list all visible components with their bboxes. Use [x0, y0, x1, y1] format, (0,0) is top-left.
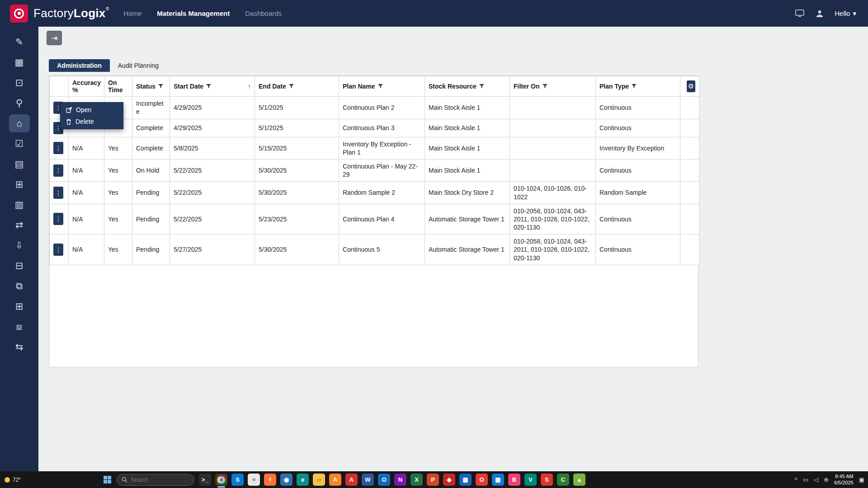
column-settings-button[interactable]: ⚙	[687, 80, 695, 92]
left-sidebar: ✎▦⊡⚲⌂☑▤⊞▥⇄⇩⊟⧉⊞⧈⇆	[0, 27, 38, 471]
cell-spacer	[680, 235, 699, 265]
sidebar-item-receive-icon[interactable]: ⇩	[9, 236, 30, 254]
taskbar-clock[interactable]: 8:45 AM 6/5/2025	[834, 474, 854, 486]
row-menu-button[interactable]: ⋮	[53, 187, 63, 199]
taskbar-app-terminal-icon[interactable]: >_	[199, 474, 211, 486]
taskbar-app-notepad-icon[interactable]: ≡	[248, 474, 260, 486]
system-tray: ^ ▭ ◁ ⊕ 8:45 AM 6/5/2025 ▣	[795, 474, 864, 486]
taskbar-app-red-app-icon[interactable]: S	[541, 474, 553, 486]
tray-network-icon[interactable]: ⊕	[824, 476, 829, 483]
main-nav: Home Materials Management Dashboards	[123, 9, 282, 17]
nav-home[interactable]: Home	[123, 9, 142, 17]
filter-icon[interactable]	[479, 84, 484, 89]
row-menu-button[interactable]: ⋮	[53, 213, 63, 225]
skype-icon: S	[236, 476, 240, 483]
weather-widget[interactable]: 72°	[5, 477, 99, 483]
sidebar-item-warehouse-icon[interactable]: ⌂	[9, 114, 30, 132]
nav-dashboards[interactable]: Dashboards	[245, 9, 282, 17]
taskbar-app-skype-icon[interactable]: S	[231, 474, 244, 486]
row-menu-button[interactable]: ⋮	[53, 164, 63, 177]
sidebar-item-search-scan-icon[interactable]: ⚲	[9, 94, 30, 112]
filter-icon[interactable]	[542, 84, 547, 89]
taskbar-app-pink-app-icon[interactable]: B	[508, 474, 520, 486]
acrobat-icon: A	[349, 476, 354, 483]
cell-on-time: Yes	[104, 159, 132, 181]
taskbar-app-calendar-icon[interactable]: ▦	[459, 474, 472, 486]
sidebar-item-layout-swap-icon[interactable]: ⇆	[9, 338, 30, 356]
taskbar-app-android-app-icon[interactable]: ▲	[573, 474, 585, 486]
hello-menu[interactable]: Hello▾	[835, 9, 856, 18]
col-header-start-date[interactable]: Start Date↑	[170, 76, 255, 97]
sidebar-item-layout-icon[interactable]: ⧈	[9, 318, 30, 336]
filter-icon[interactable]	[158, 84, 163, 89]
cell-plan-name: Continuous 5	[339, 235, 425, 265]
cell-accuracy: N/A	[69, 182, 104, 204]
monitor-icon[interactable]	[795, 9, 805, 19]
filter-icon[interactable]	[378, 84, 383, 89]
onenote-icon: N	[398, 476, 402, 483]
taskbar-app-green-app-icon[interactable]: C	[557, 474, 569, 486]
search-input[interactable]	[131, 477, 185, 483]
col-header-plan-type[interactable]: Plan Type	[596, 76, 680, 97]
cell-spacer	[680, 204, 699, 235]
taskbar-app-illustrator-icon[interactable]: A	[329, 474, 341, 486]
taskbar-app-firefox-icon[interactable]: f	[264, 474, 276, 486]
start-button[interactable]	[99, 473, 115, 487]
sidebar-item-documents-icon[interactable]: ▤	[9, 155, 30, 173]
taskbar-app-excel-icon[interactable]: X	[410, 474, 423, 486]
sidebar-item-box-add-icon[interactable]: ⊞	[9, 175, 30, 193]
filter-icon[interactable]	[632, 84, 637, 89]
filter-icon[interactable]	[206, 84, 211, 89]
col-header-end-date[interactable]: End Date	[255, 76, 339, 97]
taskbar-app-onenote-icon[interactable]: N	[394, 474, 406, 486]
row-menu-button[interactable]: ⋮	[53, 244, 63, 256]
col-header-plan-name[interactable]: Plan Name	[339, 76, 425, 97]
col-header-stock-resource[interactable]: Stock Resource	[425, 76, 510, 97]
context-menu-open[interactable]: Open	[61, 104, 123, 116]
row-menu-button[interactable]: ⋮	[53, 142, 63, 154]
cell-status: Pending	[132, 204, 170, 235]
sidebar-item-table-add-icon[interactable]: ⊞	[9, 297, 30, 315]
sort-ascending-icon[interactable]: ↑	[248, 83, 251, 90]
taskbar-app-opera-icon[interactable]: O	[476, 474, 488, 486]
taskbar-app-safari-icon[interactable]: ◉	[280, 474, 292, 486]
sidebar-item-production-grid-icon[interactable]: ▦	[9, 53, 30, 71]
sidebar-item-barcode-icon[interactable]: ▥	[9, 196, 30, 214]
collapse-panel-button[interactable]: ⇥	[47, 31, 62, 45]
sidebar-item-table-edit-icon[interactable]: ⧉	[9, 277, 30, 295]
taskbar-app-sheets-icon[interactable]: ▦	[492, 474, 504, 486]
cell-stock-resource: Main Stock Aisle 1	[425, 119, 510, 137]
context-menu-delete[interactable]: Delete	[61, 116, 123, 127]
notification-center-icon[interactable]: ▣	[859, 476, 864, 483]
sidebar-item-box-transfer-icon[interactable]: ⇄	[9, 216, 30, 234]
taskbar-app-outlook-icon[interactable]: O	[378, 474, 390, 486]
tab-administration[interactable]: Administration	[49, 59, 110, 72]
tray-speaker-icon[interactable]: ◁	[814, 476, 818, 483]
col-header-settings[interactable]: ⚙	[680, 76, 699, 97]
sidebar-item-edit-icon[interactable]: ✎	[9, 33, 30, 51]
taskbar-app-chrome-icon[interactable]	[215, 474, 227, 486]
taskbar-app-teal-app-icon[interactable]: V	[524, 474, 537, 486]
row-action-cell: ⋮	[50, 159, 69, 181]
sidebar-item-camera-icon[interactable]: ⊡	[9, 74, 30, 92]
tray-display-icon[interactable]: ▭	[803, 476, 808, 483]
user-icon[interactable]	[815, 9, 825, 19]
search-icon	[122, 477, 127, 483]
taskbar-search[interactable]	[117, 474, 194, 486]
tab-audit-planning[interactable]: Audit Planning	[110, 59, 167, 72]
taskbar-app-powerpoint-icon[interactable]: P	[427, 474, 439, 486]
col-header-filter-on[interactable]: Filter On	[510, 76, 596, 97]
filter-icon[interactable]	[289, 84, 294, 89]
tray-chevron-icon[interactable]: ^	[795, 476, 797, 483]
col-header-status[interactable]: Status	[132, 76, 170, 97]
sidebar-item-printer-icon[interactable]: ⊟	[9, 257, 30, 275]
nav-materials-management[interactable]: Materials Management	[157, 9, 230, 17]
sidebar-item-quality-check-icon[interactable]: ☑	[9, 135, 30, 153]
taskbar-app-edge-icon[interactable]: e	[297, 474, 309, 486]
table-edit-icon: ⧉	[16, 281, 23, 291]
taskbar-app-acrobat-icon[interactable]: A	[345, 474, 358, 486]
taskbar-app-folder-icon[interactable]: ▱	[313, 474, 325, 486]
taskbar-app-word-icon[interactable]: W	[362, 474, 374, 486]
warehouse-icon: ⌂	[16, 118, 22, 129]
taskbar-app-diamond-app-icon[interactable]: ◆	[443, 474, 455, 486]
